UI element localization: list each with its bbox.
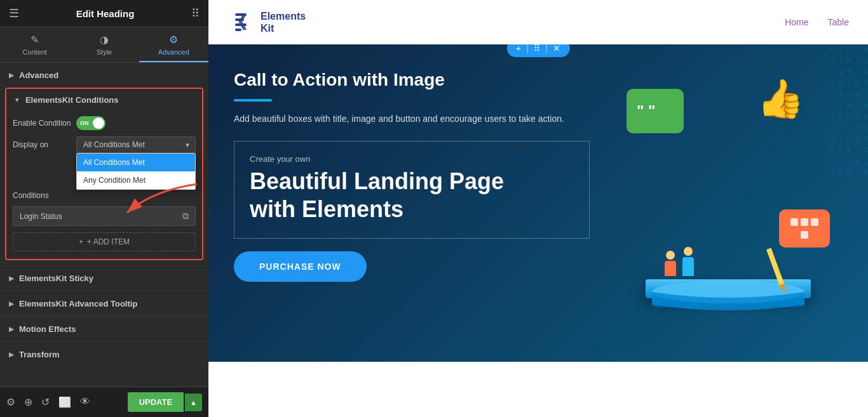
motion-effects-label: Motion Effects [19, 324, 76, 334]
toggle-slider: ON [76, 116, 105, 130]
float-divider2: | [545, 44, 548, 54]
content-tab-icon: ✎ [31, 34, 39, 46]
tab-bar: ✎ Content ◑ Style ⚙ Advanced [0, 27, 208, 63]
panel-content: ▶ Advanced ▼ ElementsKit Conditions Enab… [0, 63, 208, 387]
grid-icon[interactable]: ⠿ [191, 6, 200, 20]
thumbs-up-icon: 👍 [757, 76, 804, 121]
advanced-section-header[interactable]: ▶ Advanced [0, 63, 208, 88]
settings-bottom-icon[interactable]: ⚙ [6, 396, 15, 408]
right-panel: 《 Elements Kit Home Table + | ⠿ | ✕ [208, 0, 868, 417]
ek-tooltip-section[interactable]: ▶ ElementsKit Advanced Tooltip [0, 291, 208, 316]
logo-text-line2: Kit [261, 22, 306, 34]
tab-advanced[interactable]: ⚙ Advanced [139, 27, 208, 62]
float-plus-icon[interactable]: + [513, 44, 524, 55]
site-nav: 《 Elements Kit Home Table [208, 0, 868, 44]
box-title: Beautiful Landing Pagewith Elements [250, 168, 574, 222]
logo-text: Elements Kit [261, 10, 306, 34]
site-logo: 《 Elements Kit [227, 8, 306, 36]
ek-conditions-arrow-icon: ▼ [14, 96, 20, 103]
enable-condition-label: Enable Condition [13, 119, 76, 128]
motion-effects-section[interactable]: ▶ Motion Effects [0, 316, 208, 341]
dropdown-open-menu: All Conditions Met Any Condition Met [76, 153, 196, 190]
tab-content[interactable]: ✎ Content [0, 27, 69, 62]
site-menu: Home Table [785, 17, 849, 27]
advanced-section-label: Advanced [19, 70, 58, 80]
tab-content-label: Content [22, 48, 47, 56]
transform-arrow-icon: ▶ [9, 351, 14, 358]
float-grid-icon[interactable]: ⠿ [531, 44, 543, 55]
panel-header: ☰ Edit Heading ⠿ [0, 0, 208, 27]
display-on-label: Display on [13, 140, 76, 149]
ek-tooltip-label: ElementsKit Advanced Tooltip [19, 299, 137, 308]
hero-description: Add beautiful boxes with title, image an… [234, 112, 602, 126]
motion-effects-arrow-icon: ▶ [9, 326, 14, 333]
ek-conditions-body: Enable Condition ON Display on [6, 111, 202, 259]
float-toolbar: + | ⠿ | ✕ [507, 44, 570, 57]
display-on-select[interactable]: All Conditions Met Any Condition Met [76, 136, 196, 153]
visibility-bottom-icon[interactable]: 👁 [80, 396, 90, 408]
display-on-dropdown-wrapper: All Conditions Met Any Condition Met ▼ A… [76, 136, 196, 153]
platform-svg [633, 184, 824, 311]
enable-condition-toggle[interactable]: ON [76, 116, 105, 130]
bottom-toolbar: ⚙ ⊕ ↺ ⬜ 👁 UPDATE ▲ [0, 387, 208, 417]
bottom-icons: ⚙ ⊕ ↺ ⬜ 👁 [6, 396, 90, 408]
panel-title: Edit Heading [76, 8, 135, 19]
dropdown-option-any[interactable]: Any Condition Met [77, 171, 195, 189]
layers-bottom-icon[interactable]: ⊕ [24, 396, 32, 408]
add-item-label: + ADD ITEM [87, 237, 130, 246]
enable-condition-toggle-wrapper: ON [76, 116, 105, 130]
add-item-plus-icon: + [79, 237, 83, 246]
tab-style[interactable]: ◑ Style [69, 27, 139, 62]
advanced-arrow-icon: ▶ [9, 72, 14, 79]
display-on-row: Display on All Conditions Met Any Condit… [13, 136, 196, 153]
cursor-indicator: ↖ [512, 140, 521, 154]
style-tab-icon: ◑ [100, 34, 109, 46]
logo-text-line1: Elements [261, 10, 306, 22]
copy-icon[interactable]: ⧉ [182, 211, 189, 222]
update-button[interactable]: UPDATE [128, 392, 184, 412]
nav-home-link[interactable]: Home [785, 17, 808, 27]
content-box: Create your own Beautiful Landing Pagewi… [234, 141, 590, 238]
ek-sticky-arrow-icon: ▶ [9, 275, 14, 282]
chat-bubble-icon: " " [627, 89, 684, 133]
logo-svg-icon: 《 [227, 8, 255, 36]
box-title-text: Beautiful Landing Pagewith Elements [250, 168, 504, 222]
left-panel: ☰ Edit Heading ⠿ ✎ Content ◑ Style ⚙ Adv… [0, 0, 208, 417]
hero-divider [234, 99, 272, 102]
advanced-tab-icon: ⚙ [169, 34, 178, 46]
nav-table-link[interactable]: Table [828, 17, 849, 27]
update-btn-group: UPDATE ▲ [128, 392, 202, 412]
history-bottom-icon[interactable]: ↺ [41, 396, 50, 408]
dropdown-option-all[interactable]: All Conditions Met [77, 154, 195, 171]
hamburger-icon[interactable]: ☰ [9, 6, 19, 20]
transform-section[interactable]: ▶ Transform [0, 341, 208, 367]
hero-content: Call to Action with Image Add beautiful … [234, 70, 602, 282]
ek-sticky-section[interactable]: ▶ ElementsKit Sticky [0, 265, 208, 291]
transform-label: Transform [19, 350, 60, 359]
conditions-row: Conditions [13, 191, 196, 200]
conditions-label: Conditions [13, 191, 76, 200]
hero-title: Call to Action with Image [234, 70, 602, 90]
update-dropdown-button[interactable]: ▲ [185, 394, 202, 411]
tab-advanced-label: Advanced [158, 48, 189, 56]
ek-tooltip-arrow-icon: ▶ [9, 300, 14, 307]
illustration-container: " " 👍 [614, 70, 843, 311]
login-status-row: Login Status ⧉ [13, 206, 196, 226]
ek-conditions-header[interactable]: ▼ ElementsKit Conditions [6, 89, 202, 111]
purchase-button[interactable]: PURCHASE NOW [234, 251, 367, 282]
float-close-icon[interactable]: ✕ [550, 44, 563, 55]
enable-condition-row: Enable Condition ON [13, 116, 196, 130]
add-item-button[interactable]: + + ADD ITEM [13, 232, 196, 251]
ek-sticky-label: ElementsKit Sticky [19, 274, 93, 283]
tab-style-label: Style [97, 48, 112, 56]
hero-section: + | ⠿ | ✕ Call to Action with Image Add … [208, 44, 868, 362]
toggle-on-label: ON [80, 120, 89, 126]
float-divider: | [526, 44, 529, 54]
svg-rect-6 [766, 248, 784, 285]
box-subtitle: Create your own [250, 154, 574, 164]
login-status-label: Login Status [20, 212, 182, 221]
ek-conditions-title: ElementsKit Conditions [25, 95, 119, 105]
conditions-section: Conditions Login Status ⧉ + + ADD ITEM [13, 191, 196, 251]
responsive-bottom-icon[interactable]: ⬜ [58, 396, 71, 408]
ek-conditions-section: ▼ ElementsKit Conditions Enable Conditio… [5, 88, 203, 260]
